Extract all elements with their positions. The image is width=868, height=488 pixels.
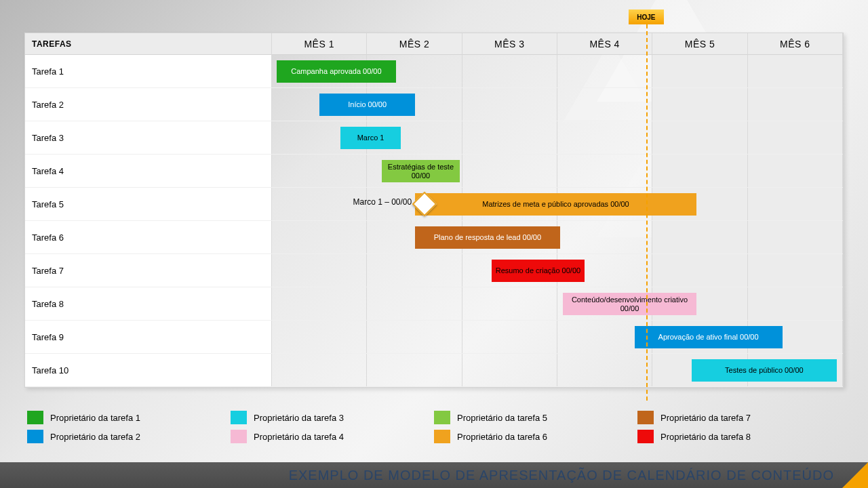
table-row: Tarefa 5Marco 1 – 00/00Matrizes de meta … <box>25 188 843 221</box>
legend-swatch <box>637 430 654 443</box>
legend-swatch <box>27 411 43 424</box>
gantt-bar: Plano de resposta de lead 00/00 <box>415 226 560 249</box>
today-line <box>646 24 648 401</box>
legend-label: Proprietário da tarefa 5 <box>457 413 547 423</box>
table-row: Tarefa 1Campanha aprovada 00/00 <box>25 55 843 88</box>
legend-item: Proprietário da tarefa 1 <box>27 411 231 424</box>
legend-label: Proprietário da tarefa 6 <box>457 432 547 442</box>
task-label: Tarefa 9 <box>25 321 272 353</box>
legend-swatch <box>231 411 247 424</box>
month-header: MÊS 1 <box>272 33 367 55</box>
legend-label: Proprietário da tarefa 2 <box>50 432 140 442</box>
month-header: MÊS 2 <box>367 33 462 55</box>
table-row: Tarefa 2Início 00/00 <box>25 88 843 121</box>
gantt-bar: Aprovação de ativo final 00/00 <box>635 326 783 348</box>
month-header: MÊS 6 <box>748 33 843 55</box>
footer-title: EXEMPLO DE MODELO DE APRESENTAÇÃO DE CAL… <box>289 468 834 483</box>
legend-item: Proprietário da tarefa 8 <box>637 430 841 443</box>
legend-swatch <box>637 411 654 424</box>
task-label: Tarefa 4 <box>25 155 272 187</box>
table-row: Tarefa 9Aprovação de ativo final 00/00 <box>25 321 843 354</box>
legend-item: Proprietário da tarefa 3 <box>231 411 434 424</box>
task-label: Tarefa 3 <box>25 121 272 154</box>
table-row: Tarefa 10Testes de público 00/00 <box>25 354 843 387</box>
legend-label: Proprietário da tarefa 1 <box>50 413 140 423</box>
month-header-row: TAREFASMÊS 1MÊS 2MÊS 3MÊS 4MÊS 5MÊS 6 <box>25 33 843 55</box>
table-row: Tarefa 8Conteúdo/desenvolvimento criativ… <box>25 287 843 321</box>
gantt-bar: Início 00/00 <box>319 94 415 116</box>
milestone-label: Marco 1 – 00/00 <box>353 197 412 207</box>
today-marker: HOJE <box>629 9 664 24</box>
legend-label: Proprietário da tarefa 4 <box>254 432 344 442</box>
task-label: Tarefa 10 <box>25 354 272 386</box>
task-label: Tarefa 7 <box>25 254 272 287</box>
legend-swatch <box>434 430 450 443</box>
legend-item: Proprietário da tarefa 5 <box>434 411 637 424</box>
tasks-header: TAREFAS <box>25 33 272 55</box>
legend-swatch <box>231 430 247 443</box>
month-header: MÊS 5 <box>652 33 747 55</box>
legend-label: Proprietário da tarefa 7 <box>660 413 751 423</box>
task-label: Tarefa 2 <box>25 88 272 121</box>
task-rows: Tarefa 1Campanha aprovada 00/00Tarefa 2I… <box>25 55 843 387</box>
gantt-chart: TAREFASMÊS 1MÊS 2MÊS 3MÊS 4MÊS 5MÊS 6 Ta… <box>24 33 844 388</box>
month-header: MÊS 3 <box>462 33 557 55</box>
legend-item: Proprietário da tarefa 2 <box>27 430 231 443</box>
legend-swatch <box>27 430 43 443</box>
gantt-bar: Conteúdo/desenvolvimento criativo 00/00 <box>563 293 696 315</box>
legend-item: Proprietário da tarefa 6 <box>434 430 637 443</box>
task-label: Tarefa 1 <box>25 55 272 87</box>
legend-swatch <box>434 411 450 424</box>
corner-accent <box>842 462 868 488</box>
gantt-bar: Testes de público 00/00 <box>692 359 837 382</box>
footer-bar: EXEMPLO DE MODELO DE APRESENTAÇÃO DE CAL… <box>0 462 868 488</box>
table-row: Tarefa 4Estratégias de teste 00/00 <box>25 155 843 188</box>
gantt-bar: Marco 1 <box>340 127 401 149</box>
task-label: Tarefa 5 <box>25 188 272 220</box>
table-row: Tarefa 7Resumo de criação 00/00 <box>25 254 843 287</box>
gantt-bar: Resumo de criação 00/00 <box>492 260 585 282</box>
task-label: Tarefa 8 <box>25 287 272 320</box>
task-label: Tarefa 6 <box>25 221 272 253</box>
legend-item: Proprietário da tarefa 4 <box>231 430 434 443</box>
table-row: Tarefa 6Plano de resposta de lead 00/00 <box>25 221 843 254</box>
gantt-bar: Estratégias de teste 00/00 <box>382 160 460 182</box>
legend-item: Proprietário da tarefa 7 <box>637 411 841 424</box>
legend: Proprietário da tarefa 1Proprietário da … <box>27 408 841 446</box>
legend-label: Proprietário da tarefa 8 <box>660 432 751 442</box>
legend-label: Proprietário da tarefa 3 <box>254 413 344 423</box>
month-header: MÊS 4 <box>557 33 652 55</box>
gantt-bar: Campanha aprovada 00/00 <box>277 60 396 83</box>
table-row: Tarefa 3Marco 1 <box>25 121 843 155</box>
gantt-bar: Matrizes de meta e público aprovadas 00/… <box>415 193 696 216</box>
